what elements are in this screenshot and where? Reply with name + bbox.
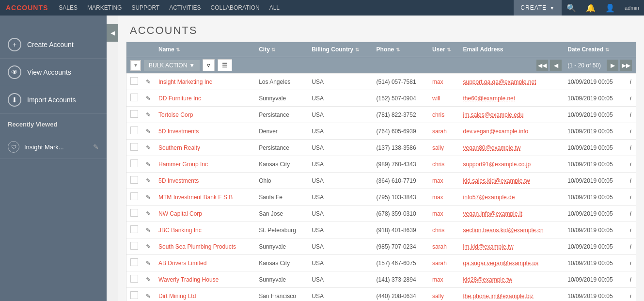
row-info-5[interactable]: i xyxy=(626,156,636,173)
row-name-12[interactable]: Waverly Trading House xyxy=(155,271,255,288)
row-edit-13[interactable]: ✎ xyxy=(142,288,155,301)
row-checkbox-6[interactable] xyxy=(126,173,142,189)
search-icon[interactable]: 🔍 xyxy=(562,0,581,16)
row-email-6[interactable]: kid.sales.kid@example.tw xyxy=(459,173,564,189)
nav-collaboration[interactable]: COLLABORATION xyxy=(206,0,265,16)
row-checkbox-1[interactable] xyxy=(126,90,142,107)
row-email-0[interactable]: support.qa.qa@example.net xyxy=(459,74,564,90)
row-name-13[interactable]: Dirt Mining Ltd xyxy=(155,288,255,301)
header-date-created[interactable]: Date Created ⇅ xyxy=(564,42,626,57)
row-user-9[interactable]: chris xyxy=(428,222,459,238)
row-info-13[interactable]: i xyxy=(626,288,636,301)
row-name-1[interactable]: DD Furniture Inc xyxy=(155,90,255,107)
sidebar-collapse-button[interactable]: ◀ xyxy=(107,24,118,42)
row-email-4[interactable]: vegan80@example.tw xyxy=(459,140,564,156)
row-name-6[interactable]: 5D Investments xyxy=(155,173,255,189)
row-edit-0[interactable]: ✎ xyxy=(142,74,155,90)
row-email-9[interactable]: section.beans.kid@example.cn xyxy=(459,222,564,238)
row-checkbox-12[interactable] xyxy=(126,271,142,288)
row-user-12[interactable]: max xyxy=(428,271,459,288)
row-email-13[interactable]: the.phone.im@example.biz xyxy=(459,288,564,301)
header-user[interactable]: User ⇅ xyxy=(428,42,459,57)
row-edit-11[interactable]: ✎ xyxy=(142,255,155,271)
row-checkbox-9[interactable] xyxy=(126,222,142,238)
nav-marketing[interactable]: MARKETING xyxy=(82,0,126,16)
sidebar-item-import-accounts[interactable]: ⬇ Import Accounts xyxy=(0,86,107,114)
header-billing-country[interactable]: Billing Country ⇅ xyxy=(308,42,372,57)
row-user-6[interactable]: max xyxy=(428,173,459,189)
user-avatar[interactable]: 👤 xyxy=(600,0,620,16)
header-email[interactable]: Email Address xyxy=(459,42,564,57)
row-email-7[interactable]: info57@example.de xyxy=(459,189,564,206)
header-city[interactable]: City ⇅ xyxy=(255,42,308,57)
row-info-0[interactable]: i xyxy=(626,74,636,90)
page-first-button[interactable]: ◀◀ xyxy=(536,60,548,71)
row-name-10[interactable]: South Sea Plumbing Products xyxy=(155,238,255,255)
row-checkbox-0[interactable] xyxy=(126,74,142,90)
row-name-3[interactable]: 5D Investments xyxy=(155,123,255,140)
row-info-4[interactable]: i xyxy=(626,140,636,156)
row-name-0[interactable]: Insight Marketing Inc xyxy=(155,74,255,90)
row-email-12[interactable]: kid28@example.tw xyxy=(459,271,564,288)
row-name-5[interactable]: Hammer Group Inc xyxy=(155,156,255,173)
row-edit-7[interactable]: ✎ xyxy=(142,189,155,206)
row-checkbox-3[interactable] xyxy=(126,123,142,140)
row-edit-10[interactable]: ✎ xyxy=(142,238,155,255)
row-name-8[interactable]: NW Capital Corp xyxy=(155,206,255,222)
row-name-7[interactable]: MTM Investment Bank F S B xyxy=(155,189,255,206)
create-button[interactable]: CREATE ▼ xyxy=(514,0,562,16)
nav-sales[interactable]: SALES xyxy=(54,0,82,16)
row-edit-3[interactable]: ✎ xyxy=(142,123,155,140)
nav-all[interactable]: ALL xyxy=(265,0,284,16)
row-info-10[interactable]: i xyxy=(626,238,636,255)
row-checkbox-7[interactable] xyxy=(126,189,142,206)
row-edit-2[interactable]: ✎ xyxy=(142,107,155,123)
row-info-3[interactable]: i xyxy=(626,123,636,140)
row-checkbox-5[interactable] xyxy=(126,156,142,173)
row-email-11[interactable]: qa.sugar.vegan@example.us xyxy=(459,255,564,271)
row-edit-5[interactable]: ✎ xyxy=(142,156,155,173)
row-checkbox-4[interactable] xyxy=(126,140,142,156)
bulk-action-button[interactable]: BULK ACTION ▼ xyxy=(144,60,200,71)
sidebar-item-create-account[interactable]: + Create Account xyxy=(0,31,107,59)
row-user-5[interactable]: chris xyxy=(428,156,459,173)
recent-item-edit-icon[interactable]: ✎ xyxy=(93,143,99,151)
notifications-icon[interactable]: 🔔 xyxy=(581,0,600,16)
row-info-11[interactable]: i xyxy=(626,255,636,271)
row-user-2[interactable]: chris xyxy=(428,107,459,123)
row-user-4[interactable]: sally xyxy=(428,140,459,156)
row-info-1[interactable]: i xyxy=(626,90,636,107)
row-edit-9[interactable]: ✎ xyxy=(142,222,155,238)
page-last-button[interactable]: ▶▶ xyxy=(620,60,632,71)
row-user-1[interactable]: will xyxy=(428,90,459,107)
row-info-8[interactable]: i xyxy=(626,206,636,222)
header-name[interactable]: Name ⇅ xyxy=(155,42,255,57)
nav-support[interactable]: SUPPORT xyxy=(126,0,164,16)
row-name-9[interactable]: JBC Banking Inc xyxy=(155,222,255,238)
row-name-4[interactable]: Southern Realty xyxy=(155,140,255,156)
row-user-8[interactable]: max xyxy=(428,206,459,222)
row-user-0[interactable]: max xyxy=(428,74,459,90)
row-email-10[interactable]: im.kid@example.tw xyxy=(459,238,564,255)
page-next-button[interactable]: ▶ xyxy=(607,60,618,71)
row-info-9[interactable]: i xyxy=(626,222,636,238)
row-checkbox-13[interactable] xyxy=(126,288,142,301)
row-edit-6[interactable]: ✎ xyxy=(142,173,155,189)
row-checkbox-8[interactable] xyxy=(126,206,142,222)
row-edit-1[interactable]: ✎ xyxy=(142,90,155,107)
row-info-12[interactable]: i xyxy=(626,271,636,288)
sidebar-item-view-accounts[interactable]: 👁 View Accounts xyxy=(0,59,107,86)
row-email-5[interactable]: support91@example.co.jp xyxy=(459,156,564,173)
filter-button[interactable]: ▿ xyxy=(203,59,215,71)
row-checkbox-10[interactable] xyxy=(126,238,142,255)
select-all-checkbox[interactable]: ▼ xyxy=(130,60,141,71)
row-info-7[interactable]: i xyxy=(626,189,636,206)
header-phone[interactable]: Phone ⇅ xyxy=(373,42,428,57)
brand-label[interactable]: ACCOUNTS xyxy=(0,4,54,12)
row-user-10[interactable]: sarah xyxy=(428,238,459,255)
row-edit-8[interactable]: ✎ xyxy=(142,206,155,222)
row-user-7[interactable]: max xyxy=(428,189,459,206)
row-edit-12[interactable]: ✎ xyxy=(142,271,155,288)
row-email-2[interactable]: im.sales@example.edu xyxy=(459,107,564,123)
row-edit-4[interactable]: ✎ xyxy=(142,140,155,156)
